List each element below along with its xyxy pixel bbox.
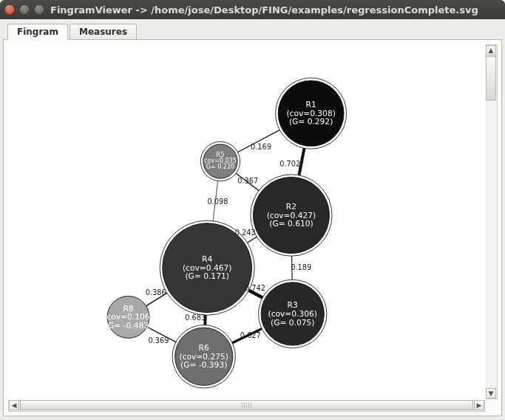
node-R2[interactable]: R2(cov=0.427)(G= 0.610): [251, 175, 332, 256]
node-R6[interactable]: R6(cov=0.275)(G= -0.393): [172, 325, 235, 388]
vscroll-thumb[interactable]: [486, 56, 496, 101]
scroll-up-icon[interactable]: ▲: [486, 45, 496, 55]
tab-panel-fingram: R1(cov=0.308)(G= 0.292)R2(cov=0.427)(G= …: [3, 39, 502, 416]
node-R6-label2: (G= -0.393): [180, 360, 227, 370]
edge-label-R2-R4: 0.243: [235, 228, 256, 237]
edge-label-R5-R4: 0.098: [207, 197, 228, 206]
tab-measures[interactable]: Measures: [70, 24, 137, 40]
fingram-graph: R1(cov=0.308)(G= 0.292)R2(cov=0.427)(G= …: [8, 44, 485, 399]
hscroll-thumb[interactable]: [20, 400, 473, 410]
scroll-down-icon[interactable]: ▼: [486, 388, 496, 399]
tab-strip: Fingram Measures: [3, 22, 502, 40]
node-R5[interactable]: R5cov=0.035G= 0.220: [200, 142, 240, 181]
node-R4-label2: (G= 0.171): [185, 271, 228, 281]
window-titlebar: FingramViewer -> /home/jose/Desktop/FING…: [0, 0, 505, 19]
window-title: FingramViewer -> /home/jose/Desktop/FING…: [50, 4, 478, 16]
edge-label-R6-R3: 0.627: [240, 331, 261, 339]
node-R5-label2: G= 0.220: [206, 163, 234, 170]
edge-label-R2-R3: 0.189: [291, 263, 311, 271]
edge-label-R4-R3: 0.742: [245, 284, 265, 292]
node-R8[interactable]: R8(cov=0.106)(G= -0.483): [104, 296, 152, 338]
window-controls: [4, 4, 44, 15]
edge-label-R4-R6: 0.683: [185, 314, 206, 322]
edge-label-R8-R6: 0.369: [148, 336, 169, 345]
node-R2-label2: (G= 0.610): [269, 219, 313, 228]
graph-viewport[interactable]: R1(cov=0.308)(G= 0.292)R2(cov=0.427)(G= …: [8, 44, 485, 399]
minimize-icon[interactable]: [19, 4, 30, 15]
tab-fingram[interactable]: Fingram: [7, 24, 68, 40]
client-area: Fingram Measures R1(cov=0.308)(G= 0.292)…: [0, 19, 505, 420]
horizontal-scrollbar[interactable]: ◀ ▶: [8, 400, 485, 412]
node-R3-label2: (G= 0.075): [271, 318, 314, 328]
edge-label-R1-R2: 0.702: [279, 160, 300, 168]
scroll-right-icon[interactable]: ▶: [474, 400, 484, 410]
edge-label-R1-R5: 0.169: [251, 143, 271, 151]
close-icon[interactable]: [4, 4, 15, 15]
edge-label-R5-R2: 0.367: [237, 177, 258, 185]
node-R1-label2: (G= 0.292): [289, 117, 333, 126]
node-R3[interactable]: R3(cov=0.306)(G= 0.075): [259, 280, 327, 348]
scroll-left-icon[interactable]: ◀: [9, 400, 19, 410]
node-R8-label2: (G= -0.483): [105, 321, 152, 331]
node-R1[interactable]: R1(cov=0.308)(G= 0.292): [276, 78, 347, 149]
edge-label-R4-R8: 0.386: [146, 288, 166, 297]
vertical-scrollbar[interactable]: ▲ ▼: [486, 44, 498, 399]
maximize-icon[interactable]: [34, 4, 44, 15]
